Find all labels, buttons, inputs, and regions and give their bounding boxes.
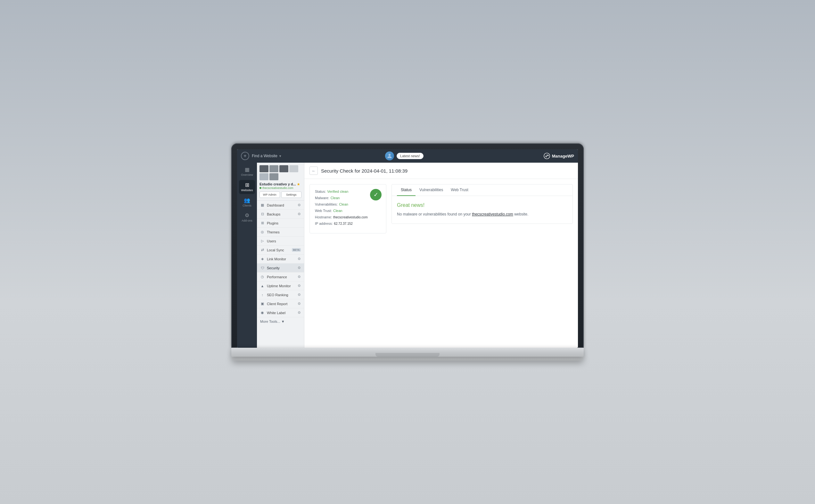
status-row-vulnerabilities: Vulnerabilities: Clean <box>315 202 381 206</box>
ip-value: 62.72.37.152 <box>334 222 352 225</box>
thumb-6 <box>269 173 278 180</box>
website-actions: WP Admin Settings <box>259 191 301 198</box>
nav-users-label: Users <box>267 239 301 243</box>
nav-item-local-sync[interactable]: ⇄ Local Sync BETA <box>257 246 304 255</box>
top-bar-left: + Find a Website ▼ <box>241 152 305 160</box>
thumb-5 <box>259 173 268 180</box>
managewp-logo-text: ManageWP <box>552 154 574 159</box>
nav-backups-label: Backups <box>267 212 295 216</box>
security-icon: 🛡 <box>260 266 265 270</box>
nav-item-security[interactable]: 🛡 Security ⚙ <box>257 264 304 272</box>
backups-icon: ⊡ <box>260 212 265 216</box>
sidebar-clients-label: Clients <box>242 204 251 207</box>
nav-white-label-label: White Label <box>267 311 295 315</box>
status-row-ip: IP address: 62.72.37.152 <box>315 222 381 225</box>
nav-item-users[interactable]: ▷ Users <box>257 237 304 246</box>
overview-icon: ▦ <box>245 167 249 173</box>
dashboard-icon: ▦ <box>260 203 265 207</box>
nav-item-seo-ranking[interactable]: ↑ SEO Ranking ⚙ <box>257 290 304 299</box>
nav-item-themes[interactable]: ◎ Themes <box>257 228 304 237</box>
back-button[interactable]: ← <box>309 167 318 175</box>
nav-uptime-monitor-label: Uptime Monitor <box>267 284 295 288</box>
icon-sidebar: ▦ Overview ⊞ Websites 👥 Clients ⚙ <box>237 163 257 348</box>
link-monitor-icon: ◈ <box>260 257 265 261</box>
thumb-3 <box>279 165 288 172</box>
great-news-site: thecscreativestudio.com <box>472 212 513 216</box>
vulnerabilities-value: Clean <box>339 202 348 206</box>
website-url: thecscreativestudio.com <box>259 186 301 190</box>
nav-item-link-monitor[interactable]: ◈ Link Monitor ⚙ <box>257 255 304 264</box>
wp-admin-button[interactable]: WP Admin <box>259 191 280 198</box>
users-icon: ▷ <box>260 239 265 243</box>
plugins-icon: ⊞ <box>260 221 265 225</box>
website-selector: Estudio creativo y d... ★ thecscreatives… <box>257 163 304 201</box>
nav-item-client-report[interactable]: ▣ Client Report ⚙ <box>257 299 304 308</box>
page-title: Security Check for 2024-04-01, 11:08:39 <box>321 168 408 174</box>
website-name: Estudio creativo y d... ★ <box>259 182 301 186</box>
performance-gear-icon: ⚙ <box>297 275 301 279</box>
local-sync-icon: ⇄ <box>260 248 265 252</box>
performance-icon: ◷ <box>260 275 265 279</box>
ip-label: IP address: <box>315 222 332 225</box>
web-trust-value: Clean <box>333 209 342 213</box>
settings-button[interactable]: Settings <box>281 191 302 198</box>
content-area: ← Security Check for 2024-04-01, 11:08:3… <box>304 163 578 348</box>
nav-item-white-label[interactable]: ◉ White Label ⚙ <box>257 308 304 317</box>
tab-vulnerabilities[interactable]: Vulnerabilities <box>416 184 447 196</box>
status-label: Status: <box>315 190 326 193</box>
nav-item-plugins[interactable]: ⊞ Plugins <box>257 219 304 228</box>
find-website-text: Find a Website <box>252 154 277 158</box>
detail-panel: Status Vulnerabilities Web Trust Great n… <box>391 184 573 224</box>
nav-item-backups[interactable]: ⊡ Backups ⚙ <box>257 210 304 219</box>
nav-sidebar: Estudio creativo y d... ★ thecscreatives… <box>257 163 304 348</box>
status-dot <box>259 187 261 189</box>
find-website-dropdown[interactable]: Find a Website ▼ <box>252 154 305 158</box>
great-news-suffix: website. <box>513 212 528 216</box>
add-website-button[interactable]: + <box>241 152 249 160</box>
more-tools[interactable]: More Tools... ▼ <box>257 317 304 326</box>
sidebar-item-overview[interactable]: ▦ Overview <box>239 165 255 179</box>
security-gear-icon: ⚙ <box>297 266 301 270</box>
laptop-base <box>231 348 584 357</box>
detail-tabs: Status Vulnerabilities Web Trust <box>392 184 573 196</box>
nav-item-uptime-monitor[interactable]: ▲ Uptime Monitor ⚙ <box>257 281 304 290</box>
client-report-gear-icon: ⚙ <box>297 302 301 306</box>
sidebar-websites-label: Websites <box>241 189 253 192</box>
main-area: ▦ Overview ⊞ Websites 👥 Clients ⚙ <box>237 163 578 348</box>
status-row-web-trust: Web Trust: Clean <box>315 209 381 213</box>
top-bar: + Find a Website ▼ <box>237 149 578 163</box>
laptop-foot <box>231 357 584 361</box>
security-content: Status: Verified clean Malware: Clean Vu… <box>304 179 578 348</box>
tab-status[interactable]: Status <box>397 184 416 196</box>
nav-security-label: Security <box>267 266 295 270</box>
sidebar-item-websites[interactable]: ⊞ Websites <box>239 180 255 194</box>
top-bar-right: ManageWP <box>504 152 574 159</box>
hostname-label: Hostname: <box>315 215 332 219</box>
backups-gear-icon: ⚙ <box>297 212 301 216</box>
white-label-icon: ◉ <box>260 311 265 315</box>
nav-themes-label: Themes <box>267 230 301 234</box>
tab-web-trust[interactable]: Web Trust <box>447 184 472 196</box>
latest-news-badge[interactable]: Latest news! <box>396 153 424 159</box>
nav-item-dashboard[interactable]: ▦ Dashboard ⚙ <box>257 201 304 210</box>
managewp-logo: ManageWP <box>543 152 574 159</box>
status-panel: Status: Verified clean Malware: Clean Vu… <box>309 184 386 233</box>
star-icon: ★ <box>297 183 300 186</box>
nav-item-performance[interactable]: ◷ Performance ⚙ <box>257 272 304 281</box>
dropdown-arrow-icon: ▼ <box>279 154 282 158</box>
sidebar-item-clients[interactable]: 👥 Clients <box>239 195 255 209</box>
uptime-monitor-icon: ▲ <box>260 284 265 288</box>
nav-client-report-label: Client Report <box>267 302 295 306</box>
great-news-text: No malware or vulnerabilities found on y… <box>397 211 567 217</box>
status-row-hostname: Hostname: thecscreativestudio.com <box>315 215 381 219</box>
sidebar-item-addons[interactable]: ⚙ Add-ons <box>239 210 255 224</box>
link-monitor-gear-icon: ⚙ <box>297 257 301 261</box>
websites-icon: ⊞ <box>245 182 249 188</box>
nav-seo-ranking-label: SEO Ranking <box>267 293 295 297</box>
hostname-value: thecscreativestudio.com <box>333 215 367 219</box>
seo-ranking-gear-icon: ⚙ <box>297 293 301 297</box>
great-news-prefix: No malware or vulnerabilities found on y… <box>397 212 472 216</box>
dashboard-gear-icon: ⚙ <box>297 203 301 207</box>
seo-ranking-icon: ↑ <box>260 293 265 297</box>
great-news-title: Great news! <box>397 202 567 208</box>
